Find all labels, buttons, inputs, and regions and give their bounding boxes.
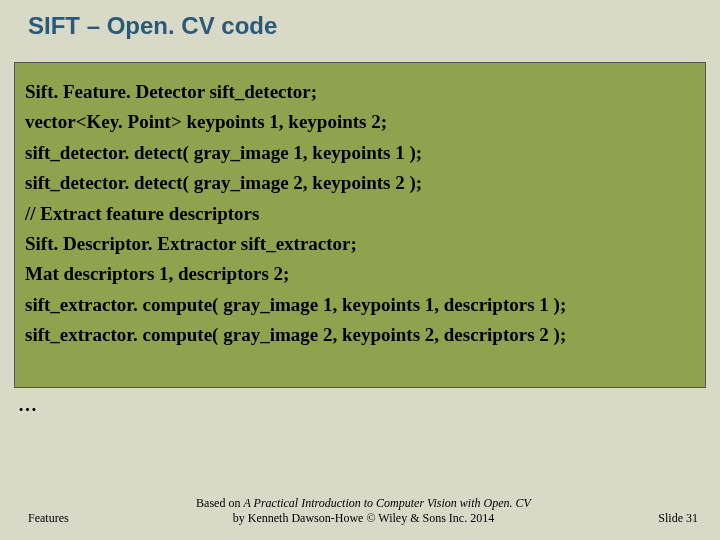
code-line: sift_extractor. compute( gray_image 2, k…: [25, 320, 695, 350]
footer-book-title: A Practical Introduction to Computer Vis…: [243, 496, 530, 510]
code-line: Mat descriptors 1, descriptors 2;: [25, 259, 695, 289]
code-line: // Extract feature descriptors: [25, 199, 695, 229]
code-line: Sift. Descriptor. Extractor sift_extract…: [25, 229, 695, 259]
code-line: sift_detector. detect( gray_image 2, key…: [25, 168, 695, 198]
code-line: Sift. Feature. Detector sift_detector;: [25, 77, 695, 107]
code-line: sift_detector. detect( gray_image 1, key…: [25, 138, 695, 168]
slide-title: SIFT – Open. CV code: [0, 0, 720, 40]
footer-slide-number: Slide 31: [658, 511, 698, 526]
code-line: sift_extractor. compute( gray_image 1, k…: [25, 290, 695, 320]
footer-attribution: Based on A Practical Introduction to Com…: [69, 496, 659, 526]
code-box: Sift. Feature. Detector sift_detector; v…: [14, 62, 706, 388]
code-line: vector<Key. Point> keypoints 1, keypoint…: [25, 107, 695, 137]
footer-prefix: Based on: [196, 496, 243, 510]
footer: Features Based on A Practical Introducti…: [0, 496, 720, 526]
ellipsis: …: [0, 388, 720, 416]
footer-section-label: Features: [28, 511, 69, 526]
footer-suffix: by Kenneth Dawson-Howe © Wiley & Sons In…: [233, 511, 494, 525]
